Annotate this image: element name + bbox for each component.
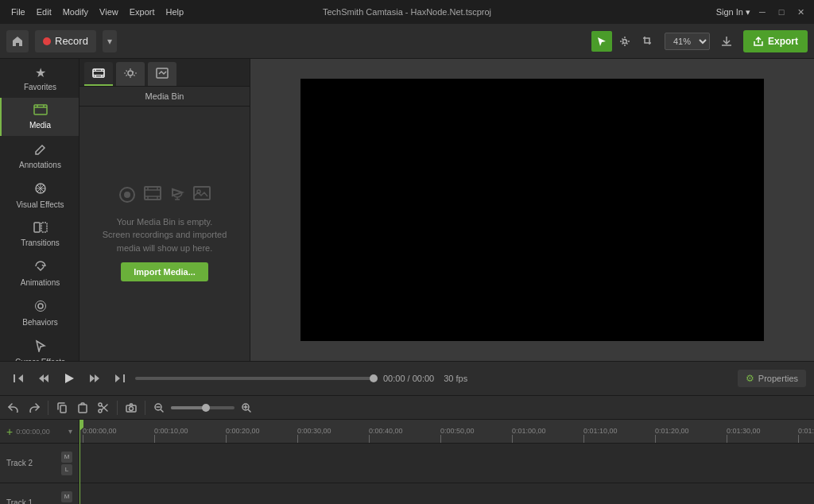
close-button[interactable]: ✕ bbox=[793, 5, 808, 19]
camera-button[interactable] bbox=[122, 399, 140, 417]
track-row-track2[interactable] bbox=[79, 444, 814, 483]
track-row-track1[interactable] bbox=[79, 483, 814, 504]
menu-help[interactable]: Help bbox=[161, 6, 189, 18]
zoom-slider[interactable] bbox=[171, 406, 235, 409]
sidebar-label-cursor-effects: Cursor Effects bbox=[15, 358, 65, 361]
step-back-button[interactable] bbox=[8, 368, 29, 389]
paste-button[interactable] bbox=[74, 399, 91, 417]
play-button[interactable] bbox=[59, 368, 79, 389]
fwd-frame-button[interactable] bbox=[84, 368, 105, 389]
add-track-icon[interactable]: + bbox=[6, 425, 13, 438]
undo-button[interactable] bbox=[5, 399, 22, 417]
export-button[interactable]: Export bbox=[743, 30, 808, 52]
menu-modify[interactable]: Modify bbox=[58, 6, 93, 18]
svg-point-5 bbox=[38, 304, 43, 308]
main-toolbar: Record ▾ 41% Export bbox=[0, 24, 814, 59]
import-media-button[interactable]: Import Media... bbox=[121, 262, 208, 281]
sidebar-item-transitions[interactable]: Transitions bbox=[0, 215, 79, 254]
panel-tab-film[interactable] bbox=[84, 62, 113, 86]
track2-controls: M L bbox=[61, 452, 72, 475]
cut-button[interactable] bbox=[95, 399, 112, 417]
svg-rect-16 bbox=[60, 405, 66, 413]
record-dropdown[interactable]: ▾ bbox=[103, 30, 117, 52]
zoom-slider-fill bbox=[171, 406, 206, 409]
window-title: TechSmith Camtasia - HaxNode.Net.tscproj bbox=[323, 7, 491, 17]
record-label: Record bbox=[55, 35, 88, 47]
panel-tab-chart[interactable] bbox=[148, 62, 176, 86]
main-content: ★ Favorites Media Annotations Visual Eff… bbox=[0, 59, 814, 361]
track-label-track2: Track 2 M L bbox=[0, 444, 79, 483]
step-fwd-button[interactable] bbox=[110, 368, 130, 389]
sidebar-item-favorites[interactable]: ★ Favorites bbox=[0, 59, 79, 98]
timeline: + 0:00:00,00 ▾ Track 2 M L Track 1 M L bbox=[0, 396, 814, 504]
zoom-in-button[interactable] bbox=[238, 399, 255, 417]
back-frame-button[interactable] bbox=[33, 368, 54, 389]
progress-thumb bbox=[370, 374, 378, 382]
sidebar-item-behaviors[interactable]: Behaviors bbox=[0, 293, 79, 333]
record-empty-icon bbox=[118, 186, 136, 207]
svg-point-12 bbox=[124, 192, 130, 198]
empty-icons bbox=[118, 186, 211, 207]
progress-bar[interactable] bbox=[135, 377, 374, 380]
sidebar-item-annotations[interactable]: Annotations bbox=[0, 136, 79, 176]
signin-button[interactable]: Sign In ▾ bbox=[716, 7, 750, 17]
titlebar-left: File Edit Modify View Export Help bbox=[6, 6, 188, 18]
record-button[interactable]: Record bbox=[35, 30, 96, 52]
gear-icon: ⚙ bbox=[746, 373, 754, 384]
ruler: 0:00:00,000:00:10,000:00:20,000:00:30,00… bbox=[79, 420, 814, 444]
annotations-icon bbox=[34, 142, 47, 158]
sidebar-label-behaviors: Behaviors bbox=[22, 318, 57, 327]
select-tool-button[interactable] bbox=[591, 31, 612, 52]
titlebar-right: Sign In ▾ ─ □ ✕ bbox=[716, 5, 808, 19]
menu-file[interactable]: File bbox=[6, 6, 30, 18]
svg-rect-4 bbox=[41, 223, 47, 232]
move-tool-button[interactable] bbox=[614, 31, 635, 52]
track1-label: Track 1 bbox=[6, 498, 33, 504]
minimize-button[interactable]: ─ bbox=[755, 5, 769, 19]
zoom-select[interactable]: 41% bbox=[665, 33, 710, 50]
properties-button[interactable]: ⚙ Properties bbox=[738, 370, 806, 387]
player-controls: 00:00 / 00:00 30 fps ⚙ Properties bbox=[0, 361, 814, 396]
preview-canvas bbox=[300, 79, 764, 341]
media-bin-title: Media Bin bbox=[79, 87, 250, 107]
menu-export[interactable]: Export bbox=[125, 6, 160, 18]
svg-point-9 bbox=[128, 71, 133, 76]
menu-view[interactable]: View bbox=[95, 6, 123, 18]
track2-lock[interactable]: L bbox=[61, 464, 72, 475]
film-empty-icon bbox=[144, 186, 161, 207]
sidebar-item-media[interactable]: Media bbox=[0, 98, 79, 136]
image-empty-icon bbox=[193, 186, 211, 207]
media-icon bbox=[33, 104, 48, 118]
track1-mute[interactable]: M bbox=[61, 491, 72, 502]
maximize-button[interactable]: □ bbox=[774, 5, 789, 19]
empty-text: Your Media Bin is empty.Screen recording… bbox=[103, 215, 227, 255]
track-labels: + 0:00:00,00 ▾ Track 2 M L Track 1 M L bbox=[0, 420, 79, 504]
behaviors-icon bbox=[34, 300, 47, 316]
svg-rect-3 bbox=[34, 223, 40, 232]
zoom-out-button[interactable] bbox=[150, 399, 168, 417]
sidebar-item-cursor-effects[interactable]: Cursor Effects bbox=[0, 333, 79, 361]
menu-edit[interactable]: Edit bbox=[32, 6, 56, 18]
timeline-tracks[interactable]: 0:00:00,000:00:10,000:00:20,000:00:30,00… bbox=[79, 420, 814, 504]
sidebar-item-visual-effects[interactable]: Visual Effects bbox=[0, 176, 79, 215]
sidebar-label-transitions: Transitions bbox=[21, 238, 60, 247]
download-button[interactable] bbox=[716, 31, 737, 52]
svg-rect-1 bbox=[34, 105, 47, 114]
tool-group bbox=[591, 31, 658, 52]
svg-rect-8 bbox=[93, 69, 104, 77]
audio-empty-icon bbox=[169, 186, 185, 207]
panel-tab-media2[interactable] bbox=[116, 62, 145, 86]
properties-label: Properties bbox=[758, 374, 798, 383]
favorites-icon: ★ bbox=[35, 65, 46, 80]
track2-mute[interactable]: M bbox=[61, 452, 72, 463]
svg-point-6 bbox=[35, 301, 45, 312]
collapse-icon[interactable]: ▾ bbox=[68, 427, 72, 436]
copy-button[interactable] bbox=[53, 399, 71, 417]
redo-button[interactable] bbox=[25, 399, 43, 417]
home-button[interactable] bbox=[6, 30, 29, 52]
media-panel: Media Bin Your Media Bin is empty.Screen… bbox=[79, 59, 250, 361]
timeline-toolbar bbox=[0, 396, 814, 420]
sidebar-item-animations[interactable]: Animations bbox=[0, 254, 79, 293]
crop-tool-button[interactable] bbox=[638, 31, 658, 52]
sidebar-label-annotations: Annotations bbox=[19, 161, 61, 169]
